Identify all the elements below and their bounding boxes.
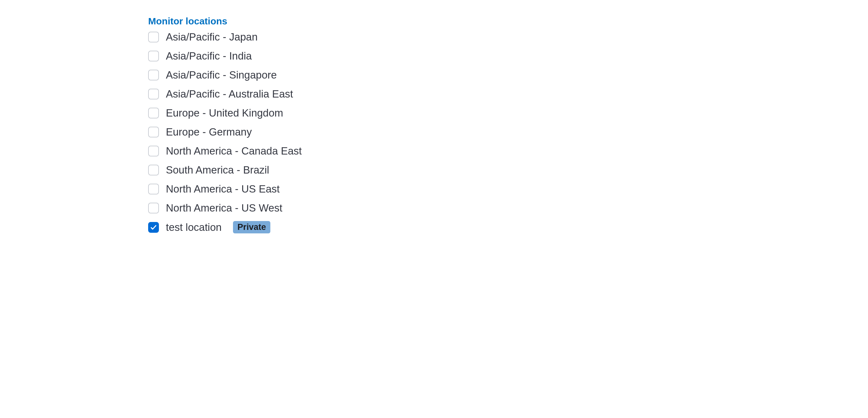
location-label: Europe - United Kingdom	[166, 107, 283, 119]
location-row: test location Private	[148, 221, 868, 233]
location-row: Asia/Pacific - Japan	[148, 31, 868, 43]
location-row: Asia/Pacific - Australia East	[148, 88, 868, 100]
location-label: North America - US West	[166, 202, 282, 214]
location-row: North America - Canada East	[148, 145, 868, 157]
section-title: Monitor locations	[148, 16, 868, 27]
location-checkbox[interactable]	[148, 108, 159, 118]
location-row: Europe - Germany	[148, 126, 868, 138]
location-row: Asia/Pacific - Singapore	[148, 69, 868, 81]
location-checkbox[interactable]	[148, 70, 159, 81]
location-checkbox[interactable]	[148, 203, 159, 213]
location-checkbox[interactable]	[148, 51, 159, 61]
location-checkbox[interactable]	[148, 32, 159, 42]
location-label: Asia/Pacific - Australia East	[166, 88, 293, 100]
location-row: South America - Brazil	[148, 164, 868, 176]
location-label: South America - Brazil	[166, 164, 269, 176]
location-label: test location	[166, 221, 222, 233]
location-label: Asia/Pacific - Singapore	[166, 69, 277, 81]
location-row: North America - US West	[148, 202, 868, 214]
private-badge: Private	[233, 221, 270, 233]
location-checkbox[interactable]	[148, 146, 159, 156]
location-checkbox[interactable]	[148, 165, 159, 175]
location-checkbox[interactable]	[148, 89, 159, 99]
location-label: Asia/Pacific - Japan	[166, 31, 258, 43]
location-checkbox[interactable]	[148, 127, 159, 138]
location-row: North America - US East	[148, 183, 868, 195]
location-checkbox[interactable]	[148, 222, 159, 233]
check-icon	[150, 224, 157, 231]
location-label: North America - US East	[166, 183, 280, 195]
location-checkbox[interactable]	[148, 184, 159, 195]
location-row: Asia/Pacific - India	[148, 50, 868, 62]
location-label: Europe - Germany	[166, 126, 252, 138]
location-label: Asia/Pacific - India	[166, 50, 252, 62]
location-label: North America - Canada East	[166, 145, 302, 157]
location-row: Europe - United Kingdom	[148, 107, 868, 119]
monitor-locations-list: Asia/Pacific - Japan Asia/Pacific - Indi…	[148, 31, 868, 233]
